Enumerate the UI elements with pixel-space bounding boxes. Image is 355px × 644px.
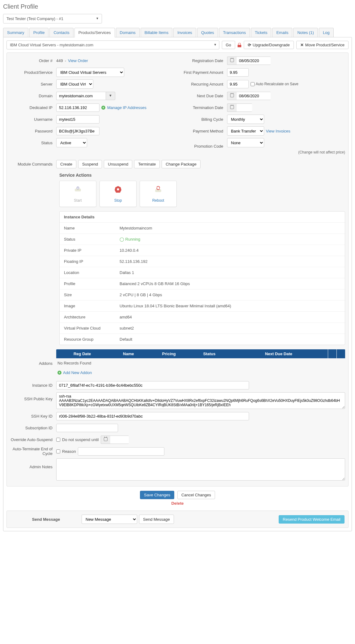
tab-summary[interactable]: Summary bbox=[3, 28, 28, 37]
domain-input[interactable] bbox=[56, 92, 106, 100]
create-button[interactable]: Create bbox=[56, 160, 76, 168]
calendar-icon bbox=[230, 105, 234, 109]
reboot-action[interactable]: Reboot bbox=[140, 181, 177, 207]
pay-method-select[interactable]: Bank Transfer bbox=[227, 126, 264, 136]
instance-row: Private IP10.240.0.4 bbox=[60, 245, 345, 256]
send-message-label: Send Message bbox=[11, 517, 82, 522]
save-button[interactable]: Save Changes bbox=[140, 491, 174, 499]
start-action[interactable]: Start bbox=[59, 181, 96, 207]
promo-select[interactable]: None bbox=[227, 138, 264, 147]
autoterm-checkbox[interactable] bbox=[56, 449, 60, 453]
ssh-pub-textarea[interactable]: ssh-rsa AAAAB3NzaC1yc2EAAAADAQABAAABAQCH… bbox=[56, 392, 345, 409]
next-due-input[interactable] bbox=[237, 92, 271, 100]
view-invoices-link[interactable]: View Invoices bbox=[266, 129, 290, 133]
ssh-key-id-label: SSH Key ID bbox=[10, 414, 56, 419]
ssh-pub-label: SSH Public Key bbox=[10, 392, 56, 401]
tab-invoices[interactable]: Invoices bbox=[173, 28, 196, 37]
chevron-down-icon: ▼ bbox=[96, 17, 99, 20]
status-select[interactable]: Active bbox=[56, 138, 87, 147]
tab-billable-items[interactable]: Billable Items bbox=[141, 28, 172, 37]
chevron-down-icon[interactable]: ▼ bbox=[106, 92, 115, 100]
tab-log[interactable]: Log bbox=[319, 28, 334, 37]
suspend-button[interactable]: Suspend bbox=[78, 160, 102, 168]
tab-products-services[interactable]: Products/Services bbox=[74, 28, 115, 37]
promo-label: Promotion Code bbox=[181, 144, 227, 149]
tab-quotes[interactable]: Quotes bbox=[197, 28, 218, 37]
autoterm-reason-input[interactable] bbox=[78, 447, 164, 456]
password-input[interactable] bbox=[56, 127, 99, 135]
send-message-button[interactable]: Send Message bbox=[139, 515, 174, 524]
service-actions-title: Service Actions bbox=[59, 173, 345, 178]
instance-id-input[interactable] bbox=[56, 381, 249, 389]
reg-date-input[interactable] bbox=[237, 57, 271, 65]
stop-icon bbox=[114, 185, 122, 195]
addons-label: Addons bbox=[10, 361, 56, 366]
instance-row: Status◯ Running bbox=[60, 234, 345, 245]
product-dropdown[interactable]: IBM Cloud Virtual Servers - mytestdomain… bbox=[6, 40, 219, 49]
svg-rect-4 bbox=[117, 188, 119, 190]
product-service-select[interactable]: IBM Cloud Virtual Servers bbox=[56, 68, 124, 77]
billing-cycle-label: Billing Cycle bbox=[181, 117, 227, 122]
tab-emails[interactable]: Emails bbox=[272, 28, 292, 37]
next-due-label: Next Due Date bbox=[181, 94, 227, 98]
first-pay-label: First Payment Amount bbox=[181, 70, 227, 75]
view-order-link[interactable]: View Order bbox=[68, 58, 88, 63]
override-checkbox[interactable] bbox=[56, 438, 60, 442]
instance-id-label: Instance ID bbox=[10, 383, 56, 388]
auto-recalc-checkbox[interactable] bbox=[251, 82, 255, 86]
add-addon-link[interactable]: +Add New Addon bbox=[56, 368, 345, 377]
tab-contacts[interactable]: Contacts bbox=[49, 28, 73, 37]
term-date-input[interactable] bbox=[237, 103, 252, 112]
order-number: 449 bbox=[56, 58, 63, 63]
tab-notes-1-[interactable]: Notes (1) bbox=[293, 28, 318, 37]
client-dropdown[interactable]: Test Tester (Test Company) - #1 ▼ bbox=[3, 14, 102, 23]
power-icon bbox=[74, 185, 82, 195]
addons-header: Reg Date Name Pricing Status Next Due Da… bbox=[56, 349, 345, 358]
subscription-input[interactable] bbox=[56, 424, 118, 432]
calendar-icon bbox=[230, 58, 234, 62]
recurring-input[interactable] bbox=[227, 80, 249, 88]
dedicated-ip-input[interactable] bbox=[56, 103, 99, 112]
override-date-input[interactable] bbox=[110, 436, 129, 444]
password-label: Password bbox=[10, 129, 56, 133]
calendar-icon bbox=[230, 94, 234, 97]
plus-icon: + bbox=[101, 106, 105, 110]
username-input[interactable] bbox=[56, 115, 99, 124]
instance-row: ImageUbuntu Linux 18.04 LTS Bionic Beave… bbox=[60, 301, 345, 312]
tab-domains[interactable]: Domains bbox=[116, 28, 140, 37]
reboot-icon bbox=[154, 185, 162, 195]
ssh-key-id-input[interactable] bbox=[56, 412, 249, 420]
message-template-select[interactable]: New Message bbox=[82, 515, 137, 524]
chevron-down-icon: ▼ bbox=[214, 43, 217, 46]
product-service-label: Product/Service bbox=[10, 70, 56, 75]
tab-transactions[interactable]: Transactions bbox=[219, 28, 250, 37]
manage-ip-link[interactable]: Manage IP Addresses bbox=[107, 105, 146, 110]
server-select[interactable]: IBM Cloud Virtual Ser bbox=[56, 79, 93, 89]
terminate-button[interactable]: Terminate bbox=[134, 160, 160, 168]
resend-welcome-button[interactable]: Resend Product Welcome Email bbox=[279, 515, 344, 524]
instance-row: Architectureamd64 bbox=[60, 312, 345, 323]
move-button[interactable]: ✕Move Product/Service bbox=[296, 41, 349, 49]
reg-date-label: Registration Date bbox=[181, 58, 227, 63]
admin-notes-textarea[interactable] bbox=[56, 458, 345, 481]
tabs: SummaryProfileContactsProducts/ServicesD… bbox=[3, 28, 352, 37]
tab-tickets[interactable]: Tickets bbox=[251, 28, 272, 37]
delete-button[interactable]: Delete bbox=[171, 501, 184, 506]
username-label: Username bbox=[10, 117, 56, 122]
tab-profile[interactable]: Profile bbox=[29, 28, 49, 37]
upgrade-button[interactable]: ⟳Upgrade/Downgrade bbox=[244, 41, 294, 49]
stop-action[interactable]: Stop bbox=[99, 181, 137, 207]
instance-row: Virtual Private Cloudsubnet2 bbox=[60, 323, 345, 334]
instance-row: LocationDallas 1 bbox=[60, 267, 345, 278]
status-label: Status bbox=[10, 141, 56, 145]
instance-row: NameMytestdomaincom bbox=[60, 223, 345, 234]
change-package-button[interactable]: Change Package bbox=[162, 160, 201, 168]
go-button[interactable]: Go bbox=[222, 41, 235, 49]
billing-cycle-select[interactable]: Monthly bbox=[227, 115, 264, 124]
admin-notes-label: Admin Notes bbox=[10, 458, 56, 469]
override-label: Override Auto-Suspend bbox=[10, 437, 56, 442]
unsuspend-button[interactable]: Unsuspend bbox=[104, 160, 132, 168]
lock-icon bbox=[238, 43, 241, 47]
first-pay-input[interactable] bbox=[227, 68, 249, 77]
cancel-button[interactable]: Cancel Changes bbox=[177, 491, 215, 499]
